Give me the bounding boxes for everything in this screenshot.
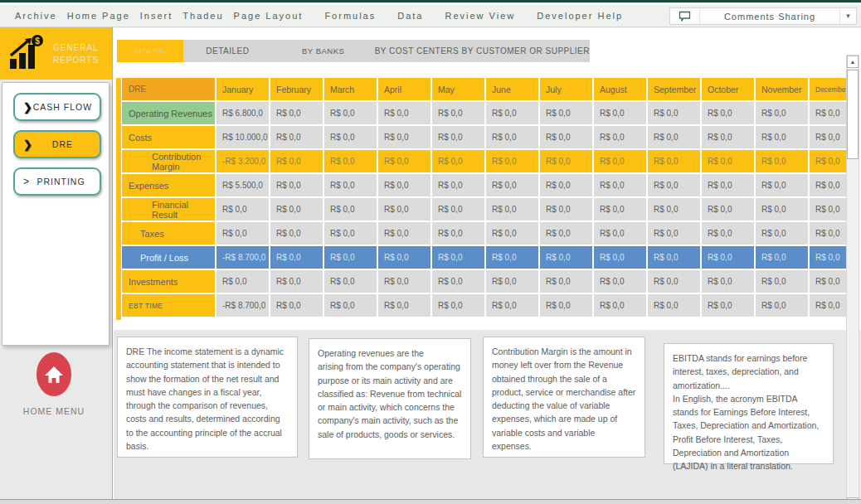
cell-financial-result-january[interactable]: R$ 0,0 (216, 198, 269, 220)
cell-investments-september[interactable]: R$ 0,0 (648, 270, 700, 293)
cell-expenses-february[interactable]: R$ 0,0 (270, 174, 323, 196)
cell-costs-january[interactable]: R$ 10.000,0 (216, 126, 269, 148)
cell-costs-august[interactable]: R$ 0,0 (594, 126, 646, 148)
cell-expenses-november[interactable]: R$ 0,0 (756, 174, 808, 196)
cell-operating-revenues-february[interactable]: R$ 0,0 (270, 102, 323, 124)
cell-investments-july[interactable]: R$ 0,0 (540, 270, 592, 293)
cell-costs-june[interactable]: R$ 0,0 (486, 126, 538, 148)
cell-profit-loss-july[interactable]: R$ 0,0 (540, 246, 592, 269)
menu-item-developer-help[interactable]: Developer Help (537, 11, 623, 21)
cell-expenses-april[interactable]: R$ 0,0 (378, 174, 430, 196)
cell-operating-revenues-march[interactable]: R$ 0,0 (324, 102, 377, 124)
cell-expenses-december[interactable]: R$ 0,0 (810, 174, 848, 196)
cell-expenses-july[interactable]: R$ 0,0 (540, 174, 592, 196)
menu-item-archive[interactable]: Archive (15, 11, 57, 21)
cell-costs-april[interactable]: R$ 0,0 (378, 126, 430, 148)
cell-profit-loss-november[interactable]: R$ 0,0 (756, 246, 808, 269)
scroll-up-button[interactable]: ▲ (847, 56, 859, 68)
row-label-operating-revenues[interactable]: Operating Revenues (122, 102, 215, 124)
cell-expenses-january[interactable]: R$ 5.500,0 (216, 174, 269, 196)
cell-operating-revenues-september[interactable]: R$ 0,0 (648, 102, 700, 124)
cell-operating-revenues-october[interactable]: R$ 0,0 (702, 102, 754, 124)
cell-contribution-margin-april[interactable]: R$ 0,0 (378, 150, 430, 172)
cell-operating-revenues-january[interactable]: R$ 6.800,0 (216, 102, 269, 124)
cell-profit-loss-may[interactable]: R$ 0,0 (432, 246, 484, 269)
cell-financial-result-june[interactable]: R$ 0,0 (486, 198, 538, 220)
cell-taxes-february[interactable]: R$ 0,0 (270, 222, 323, 245)
cell-financial-result-august[interactable]: R$ 0,0 (594, 198, 646, 220)
cell-ebt-time-january[interactable]: -R$ 8.700,0 (216, 294, 269, 317)
cell-ebt-time-october[interactable]: R$ 0,0 (702, 294, 754, 317)
cell-ebt-time-august[interactable]: R$ 0,0 (594, 294, 646, 317)
cell-ebt-time-december[interactable]: R$ 0,0 (810, 294, 848, 317)
cell-costs-november[interactable]: R$ 0,0 (756, 126, 808, 148)
cell-financial-result-september[interactable]: R$ 0,0 (648, 198, 700, 220)
cell-investments-march[interactable]: R$ 0,0 (324, 270, 377, 293)
cell-contribution-margin-october[interactable]: R$ 0,0 (702, 150, 754, 172)
cell-costs-may[interactable]: R$ 0,0 (432, 126, 484, 148)
tab-by-banks[interactable]: BY BANKS (272, 40, 375, 62)
cell-ebt-time-may[interactable]: R$ 0,0 (432, 294, 484, 317)
cell-expenses-august[interactable]: R$ 0,0 (594, 174, 646, 196)
row-label-investments[interactable]: Investments (122, 270, 215, 293)
cell-profit-loss-august[interactable]: R$ 0,0 (594, 246, 646, 269)
cell-financial-result-july[interactable]: R$ 0,0 (540, 198, 592, 220)
cell-profit-loss-february[interactable]: R$ 0,0 (270, 246, 323, 269)
cell-financial-result-november[interactable]: R$ 0,0 (756, 198, 808, 220)
cell-costs-july[interactable]: R$ 0,0 (540, 126, 592, 148)
cell-financial-result-october[interactable]: R$ 0,0 (702, 198, 754, 220)
cell-taxes-august[interactable]: R$ 0,0 (594, 222, 646, 245)
menu-item-page-layout[interactable]: Page Layout (234, 11, 304, 21)
cell-expenses-may[interactable]: R$ 0,0 (432, 174, 484, 196)
cell-taxes-november[interactable]: R$ 0,0 (756, 222, 808, 245)
row-label-profit-loss[interactable]: Profit / Loss (122, 246, 215, 269)
cell-contribution-margin-june[interactable]: R$ 0,0 (486, 150, 538, 172)
cell-profit-loss-december[interactable]: R$ 0,0 (810, 246, 848, 269)
cell-expenses-october[interactable]: R$ 0,0 (702, 174, 754, 196)
cell-operating-revenues-july[interactable]: R$ 0,0 (540, 102, 592, 124)
cell-costs-march[interactable]: R$ 0,0 (324, 126, 377, 148)
cell-investments-december[interactable]: R$ 0,0 (810, 270, 848, 293)
menu-item-thadeu[interactable]: Thadeu (182, 11, 223, 21)
cell-profit-loss-march[interactable]: R$ 0,0 (324, 246, 377, 269)
cell-operating-revenues-may[interactable]: R$ 0,0 (432, 102, 484, 124)
row-label-ebt-time[interactable]: EBT TIME (122, 294, 215, 317)
cell-profit-loss-september[interactable]: R$ 0,0 (648, 246, 700, 269)
cell-taxes-january[interactable]: R$ 0,0 (216, 222, 269, 245)
cell-financial-result-may[interactable]: R$ 0,0 (432, 198, 484, 220)
cell-operating-revenues-april[interactable]: R$ 0,0 (378, 102, 430, 124)
cell-investments-november[interactable]: R$ 0,0 (756, 270, 808, 293)
cell-contribution-margin-december[interactable]: R$ 0,0 (810, 150, 848, 172)
sidebar-button-dre[interactable]: ❯DRE (13, 130, 101, 158)
menu-item-formulas[interactable]: Formulas (324, 11, 376, 21)
cell-costs-february[interactable]: R$ 0,0 (270, 126, 323, 148)
tab-by-cost-centers-by-customer-or-supplier[interactable]: BY COST CENTERS BY CUSTOMER OR SUPPLIER (375, 40, 590, 62)
cell-taxes-march[interactable]: R$ 0,0 (324, 222, 377, 245)
cell-taxes-october[interactable]: R$ 0,0 (702, 222, 754, 245)
cell-investments-february[interactable]: R$ 0,0 (270, 270, 323, 293)
cell-expenses-september[interactable]: R$ 0,0 (648, 174, 700, 196)
cell-contribution-margin-february[interactable]: R$ 0,0 (270, 150, 323, 172)
cell-operating-revenues-november[interactable]: R$ 0,0 (756, 102, 808, 124)
cell-ebt-time-november[interactable]: R$ 0,0 (756, 294, 808, 317)
sidebar-button-printing[interactable]: >PRINTING (13, 167, 101, 196)
cell-financial-result-march[interactable]: R$ 0,0 (324, 198, 377, 220)
cell-operating-revenues-december[interactable]: R$ 0,0 (810, 102, 848, 124)
row-label-taxes[interactable]: Taxes (122, 222, 215, 245)
cell-contribution-margin-november[interactable]: R$ 0,0 (756, 150, 808, 172)
row-label-expenses[interactable]: Expenses (122, 174, 215, 196)
cell-ebt-time-july[interactable]: R$ 0,0 (540, 294, 592, 317)
cell-taxes-july[interactable]: R$ 0,0 (540, 222, 592, 245)
cell-contribution-margin-august[interactable]: R$ 0,0 (594, 150, 646, 172)
cell-ebt-time-february[interactable]: R$ 0,0 (270, 294, 323, 317)
cell-financial-result-february[interactable]: R$ 0,0 (270, 198, 323, 220)
cell-taxes-december[interactable]: R$ 0,0 (810, 222, 848, 245)
cell-expenses-march[interactable]: R$ 0,0 (324, 174, 377, 196)
cell-profit-loss-june[interactable]: R$ 0,0 (486, 246, 538, 269)
cell-contribution-margin-may[interactable]: R$ 0,0 (432, 150, 484, 172)
cell-taxes-may[interactable]: R$ 0,0 (432, 222, 484, 245)
cell-investments-january[interactable]: R$ 0,0 (216, 270, 269, 293)
cell-taxes-june[interactable]: R$ 0,0 (486, 222, 538, 245)
cell-ebt-time-march[interactable]: R$ 0,0 (324, 294, 377, 317)
cell-profit-loss-january[interactable]: -R$ 8.700,0 (216, 246, 269, 269)
